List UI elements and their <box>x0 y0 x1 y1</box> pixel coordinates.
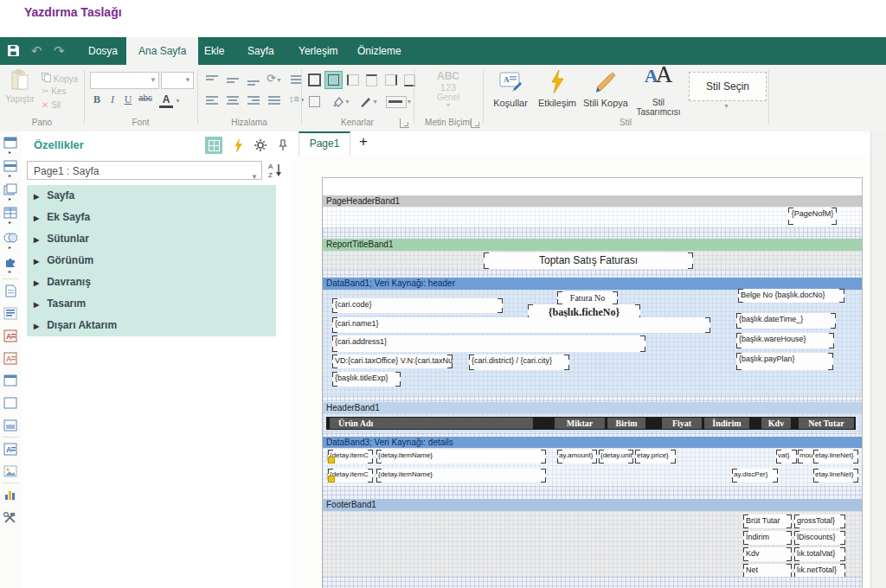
metin-bicimi-dialog-launcher-icon[interactable] <box>471 118 480 128</box>
band-interior-pageheader[interactable] <box>323 207 862 227</box>
flyout-arrow-icon[interactable]: ▸ <box>9 268 11 274</box>
field-detail2-disc-per[interactable]: ay.discPer} <box>732 469 778 483</box>
field-detail2-item-name[interactable]: {detay.itemName} <box>376 469 546 483</box>
italic-button[interactable]: I <box>106 93 119 106</box>
field-fatura-no-label[interactable]: Fatura No <box>557 291 618 304</box>
field-detail1-vat[interactable]: vat} <box>776 450 797 463</box>
align-left-icon[interactable] <box>206 94 222 108</box>
field-detail1-price[interactable]: etay.price} <box>635 450 676 463</box>
font-color-button[interactable]: A <box>159 93 173 108</box>
field-belge-no[interactable]: Belge No {başlık.docNo} <box>738 289 844 303</box>
tab-page1[interactable]: Page1 <box>299 131 350 157</box>
flyout-arrow-icon[interactable]: ▸ <box>9 172 11 178</box>
text-box-icon[interactable]: A <box>3 443 18 457</box>
field-detail1-unit[interactable]: {detay.unit <box>599 450 633 463</box>
column-net-tutar[interactable]: Net Tutar <box>799 418 854 429</box>
band-header-databand1[interactable]: DataBand1; Veri Kaynağı: header <box>323 278 862 290</box>
field-warehouse[interactable]: {başlık.wareHouse} <box>736 333 834 348</box>
field-footer-label-indirim[interactable]: İndirim <box>743 531 792 545</box>
align-right-icon[interactable] <box>247 94 263 108</box>
field-detail1-item-code[interactable]: {detay.itemC <box>328 450 373 463</box>
band-header-headerband1[interactable]: HeaderBand1 <box>323 402 862 413</box>
outside-borders-icon[interactable] <box>325 72 342 88</box>
underline-button[interactable]: U <box>121 93 135 106</box>
image-icon[interactable] <box>3 465 18 479</box>
field-title-exp[interactable]: {başlık.titleExp} <box>332 372 401 387</box>
panel-filled-icon[interactable] <box>3 419 18 433</box>
field-cari-code[interactable]: {cari.code} <box>332 298 503 313</box>
section-disari-aktarim[interactable]: ▶Dışarı Aktarım <box>27 315 276 336</box>
chevron-down-icon[interactable]: ▼ <box>723 103 729 109</box>
field-footer-value-gross[interactable]: grossTotal} <box>794 514 845 528</box>
section-tasarim[interactable]: ▶Tasarım <box>27 293 276 315</box>
panel-icon[interactable] <box>3 397 18 411</box>
pin-icon[interactable] <box>274 137 292 154</box>
section-davranis[interactable]: ▶Davranış <box>27 272 276 293</box>
chart-icon[interactable] <box>3 489 18 502</box>
column-miktar[interactable]: Miktar <box>555 418 605 429</box>
column-fiyat[interactable]: Fiyat <box>662 418 702 429</box>
report-page[interactable]: PageHeaderBand1 {PageNofM} ReportTitleBa… <box>322 177 863 588</box>
sort-az-icon[interactable]: AZ <box>267 161 286 180</box>
section-sayfa[interactable]: ▶Sayfa <box>27 185 276 207</box>
panel-header-icon[interactable] <box>3 374 18 388</box>
field-footer-value-discounts[interactable]: lDiscounts} <box>794 531 845 545</box>
top-border-icon[interactable] <box>363 72 380 88</box>
left-border-icon[interactable] <box>344 72 361 88</box>
paste-button[interactable]: Yapıştır <box>3 69 36 104</box>
font-size-select[interactable]: ▼ <box>161 72 194 89</box>
fill-color-icon[interactable]: ▼ <box>329 93 353 110</box>
tools-icon[interactable] <box>3 512 18 526</box>
tab-ekle[interactable]: Ekle <box>192 37 236 65</box>
field-detail2-line-net[interactable]: etay.lineNet} <box>813 469 858 483</box>
field-district-city[interactable]: {cari.district} / {cari.city} <box>469 355 569 370</box>
kosullar-button[interactable]: A Koşullar <box>486 70 535 108</box>
align-center-icon[interactable] <box>227 94 242 108</box>
column-urun-adi[interactable]: Ürün Adı <box>330 418 533 429</box>
field-detail1-amount[interactable]: ay.amount} <box>557 450 597 463</box>
property-target-select[interactable]: Page1 : Sayfa ▼ <box>27 161 262 180</box>
field-footer-value-totalvat[interactable]: lık.totalVat} <box>794 547 845 561</box>
all-borders-icon[interactable] <box>306 72 323 88</box>
column-indirim[interactable]: İndirim <box>704 418 749 429</box>
flyout-arrow-icon[interactable]: ▸ <box>9 195 11 201</box>
field-date-time[interactable]: {başlık.dateTime_} <box>736 313 836 329</box>
gear-icon[interactable] <box>252 137 269 154</box>
add-page-button[interactable]: + <box>359 133 368 150</box>
field-detail1-line-net[interactable]: etay.lineNet} <box>813 450 858 463</box>
tab-onizleme[interactable]: Önizleme <box>345 37 414 65</box>
etkilesim-button[interactable]: Etkileşim <box>533 70 581 108</box>
strikethrough-button[interactable]: abc <box>137 93 154 103</box>
text-format-button[interactable]: ABC 123 Genel ▼ <box>414 70 483 108</box>
align-middle-icon[interactable] <box>227 74 242 87</box>
kenarlar-dialog-launcher-icon[interactable] <box>400 118 409 128</box>
rotate-text-icon[interactable]: ⟳▼ <box>266 72 282 86</box>
field-detail2-item-code[interactable]: {detay.itemC <box>328 469 373 483</box>
save-icon[interactable] <box>7 44 20 60</box>
band-header-reporttitle[interactable]: ReportTitleBand1 <box>323 239 862 251</box>
band-header-databand3[interactable]: DataBand3; Veri Kaynağı: details <box>323 437 862 448</box>
section-ek-sayfa[interactable]: ▶Ek Sayfa <box>27 207 276 228</box>
align-bottom-icon[interactable] <box>247 74 263 87</box>
stili-kopya-button[interactable]: Stili Kopya <box>580 70 632 108</box>
text-direction-icon[interactable] <box>291 74 306 87</box>
undo-icon[interactable]: ↶ <box>31 43 42 59</box>
field-footer-value-nettotal[interactable]: lık.netTotal} <box>794 564 845 578</box>
stil-secin-dropdown[interactable]: Stil Seçin <box>689 72 767 101</box>
band-header-footerband1[interactable]: FooterBand1 <box>323 499 862 511</box>
column-birim[interactable]: Birim <box>607 418 645 429</box>
column-kdv[interactable]: Kdv <box>761 418 791 429</box>
section-sutunlar[interactable]: ▶Sütunlar <box>27 228 276 250</box>
field-pay-plan[interactable]: {başlık.payPlan} <box>736 353 833 370</box>
field-address[interactable]: {cari.address1} <box>332 336 645 352</box>
delete-button[interactable]: ✕ Sil <box>42 100 61 110</box>
field-cari-name[interactable]: {cari.name1} <box>332 317 710 333</box>
right-border-icon[interactable] <box>382 72 399 88</box>
rich-text-alt-icon[interactable]: A <box>3 352 18 366</box>
flyout-arrow-icon[interactable]: ▸ <box>9 244 11 250</box>
align-top-icon[interactable] <box>206 74 222 87</box>
column-header-row[interactable]: Ürün Adı Miktar Birim Fiyat İndirim Kdv … <box>326 417 856 430</box>
field-report-title[interactable]: Toptan Satış Faturası <box>484 252 693 269</box>
tab-ana-sayfa[interactable]: Ana Sayfa <box>126 37 198 65</box>
tab-dosya[interactable]: Dosya <box>76 37 130 65</box>
